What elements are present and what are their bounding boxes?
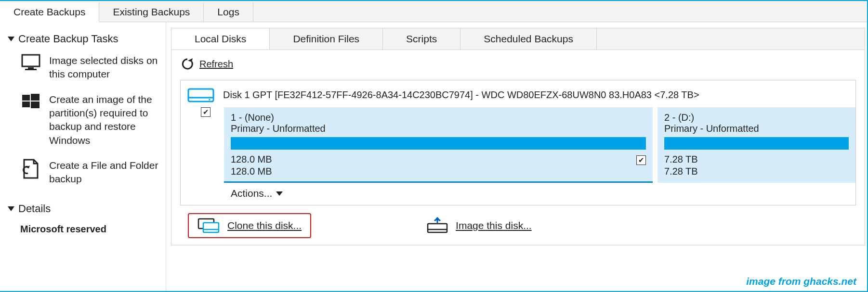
tab-existing-backups[interactable]: Existing Backups: [99, 2, 204, 22]
monitor-icon: [20, 54, 41, 81]
svg-rect-5: [22, 102, 30, 107]
partition-index: 1 - (None): [231, 112, 646, 123]
partition-size-used: 7.28 TB: [664, 153, 849, 165]
tab-scripts[interactable]: Scripts: [383, 28, 460, 50]
image-disk-icon: [426, 217, 449, 234]
actions-dropdown[interactable]: Actions...: [181, 183, 855, 205]
partition-type: Primary - Unformatted: [231, 123, 646, 134]
partition-index: 2 - (D:): [664, 112, 849, 123]
svg-rect-3: [22, 95, 30, 101]
refresh-button[interactable]: Refresh: [180, 57, 856, 71]
sidebar-item-file-folder-backup[interactable]: Create a File and Folder backup: [8, 159, 162, 198]
tab-scheduled-backups[interactable]: Scheduled Backups: [460, 28, 597, 50]
sidebar-group-details[interactable]: Details: [8, 203, 162, 215]
refresh-icon: [180, 57, 195, 71]
clone-disk-label: Clone this disk...: [227, 220, 302, 231]
disk-entry: Disk 1 GPT [FE32F412-57FF-4926-8A34-14C2…: [180, 80, 856, 205]
actions-label: Actions...: [231, 188, 272, 199]
sidebar-item-label: Create an image of the partition(s) requ…: [49, 93, 160, 147]
content-area: Local Disks Definition Files Scripts Sch…: [166, 22, 867, 291]
usage-bar: [664, 137, 849, 150]
local-disks-panel: Refresh Disk 1 GPT [FE32F412-57FF-4926-8…: [171, 50, 865, 245]
svg-rect-0: [22, 55, 39, 66]
partition-1[interactable]: 1 - (None) Primary - Unformatted 128.0 M…: [224, 107, 653, 183]
tab-logs[interactable]: Logs: [204, 2, 253, 22]
image-credit: image from ghacks.net: [746, 276, 856, 287]
refresh-label: Refresh: [199, 59, 233, 70]
svg-rect-11: [203, 223, 219, 232]
disk-checkbox[interactable]: ✔: [201, 107, 210, 117]
top-tab-bar: Create Backups Existing Backups Logs: [0, 1, 867, 22]
svg-rect-13: [428, 224, 447, 232]
sidebar-group-label: Create Backup Tasks: [18, 33, 118, 45]
partition-2[interactable]: 2 - (D:) Primary - Unformatted 7.28 TB 7…: [658, 107, 855, 183]
partition-checkbox[interactable]: ✔: [636, 155, 646, 165]
svg-rect-6: [31, 102, 39, 108]
sidebar-item-image-disks[interactable]: Image selected disks on this computer: [8, 54, 162, 93]
partition-type: Primary - Unformatted: [664, 123, 849, 134]
tab-create-backups[interactable]: Create Backups: [0, 2, 99, 22]
clone-disk-icon: [197, 217, 221, 234]
image-disk-button[interactable]: Image this disk...: [417, 213, 540, 238]
svg-point-9: [209, 99, 210, 100]
sidebar-item-image-windows-partitions[interactable]: Create an image of the partition(s) requ…: [8, 93, 162, 159]
collapse-icon: [8, 37, 14, 41]
windows-icon: [20, 93, 41, 147]
svg-rect-2: [25, 69, 37, 70]
sidebar-group-label: Details: [18, 203, 51, 215]
sidebar-group-create-tasks[interactable]: Create Backup Tasks: [8, 33, 162, 45]
clone-disk-button[interactable]: Clone this disk...: [188, 213, 311, 238]
sidebar: Create Backup Tasks Image selected disks…: [0, 22, 166, 291]
image-disk-label: Image this disk...: [456, 220, 532, 231]
sidebar-item-label: Create a File and Folder backup: [49, 159, 160, 186]
tab-definition-files[interactable]: Definition Files: [270, 28, 383, 50]
sidebar-item-label: Image selected disks on this computer: [49, 54, 160, 81]
partition-size-total: 128.0 MB: [231, 165, 646, 178]
disk-icon: [187, 85, 214, 104]
collapse-icon: [8, 206, 14, 211]
partition-size-used: 128.0 MB: [231, 153, 646, 165]
chevron-down-icon: [276, 191, 283, 196]
sub-tab-bar: Local Disks Definition Files Scripts Sch…: [171, 28, 865, 50]
file-refresh-icon: [20, 159, 41, 186]
partition-size-total: 7.28 TB: [664, 165, 849, 178]
tab-local-disks[interactable]: Local Disks: [171, 28, 270, 50]
details-title: Microsoft reserved: [8, 224, 162, 235]
svg-rect-4: [31, 94, 39, 101]
usage-bar: [231, 137, 646, 150]
svg-rect-1: [28, 67, 34, 69]
disk-title: Disk 1 GPT [FE32F412-57FF-4926-8A34-14C2…: [223, 89, 699, 101]
